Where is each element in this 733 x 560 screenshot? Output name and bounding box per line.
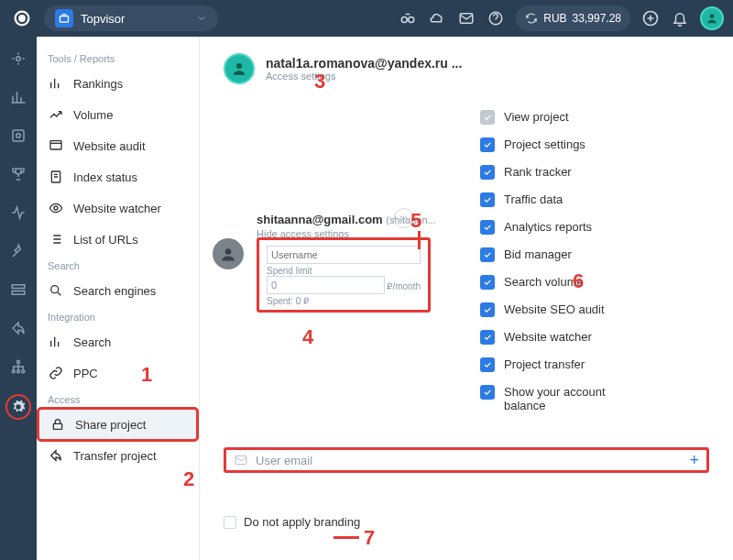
user-avatar-icon [213, 238, 244, 269]
plus-circle-icon[interactable] [641, 9, 660, 27]
sidebar-item-ppc[interactable]: PPC [37, 357, 199, 389]
sidebar: Tools / Reports Rankings Volume Website … [37, 37, 200, 560]
permission-view-project[interactable]: View project [480, 110, 709, 125]
browser-icon [48, 137, 64, 154]
checkbox-checked-icon [480, 220, 495, 235]
svg-point-9 [16, 57, 21, 61]
pulse-icon[interactable] [7, 202, 29, 224]
user-settings-box: Spend limit ₽/month Spent: 0 ₽ [257, 237, 431, 313]
sidebar-section-tools: Tools / Reports [37, 48, 199, 68]
add-user-email-input[interactable]: User email + [224, 447, 709, 473]
permission-show-balance[interactable]: Show your account balance [480, 385, 709, 412]
svg-point-16 [17, 370, 20, 373]
mail-icon[interactable] [457, 9, 476, 27]
cloud-icon[interactable] [428, 9, 446, 27]
permission-website-seo-audit[interactable]: Website SEO audit [480, 302, 709, 317]
svg-point-11 [16, 134, 21, 138]
sidebar-item-integration-search[interactable]: Search [37, 326, 199, 357]
permission-analytics-reports[interactable]: Analytics reports [480, 220, 709, 235]
permission-bid-manager[interactable]: Bid manager [480, 247, 709, 262]
svg-point-23 [236, 63, 242, 69]
main-content: natal1a.romanova@yandex.ru ... Access se… [200, 37, 733, 560]
project-selector[interactable]: Topvisor [44, 5, 218, 31]
svg-rect-13 [12, 291, 25, 295]
svg-point-4 [409, 17, 414, 23]
sidebar-item-transfer-project[interactable]: Transfer project [37, 440, 199, 471]
sidebar-section-access: Access [37, 389, 199, 409]
permissions-list: View project Project settings Rank track… [480, 110, 709, 412]
balance-pill[interactable]: RUB 33,997.28 [516, 5, 630, 31]
sidebar-item-website-watcher[interactable]: Website watcher [37, 192, 199, 224]
branding-checkbox-row[interactable]: Do not apply branding [224, 515, 709, 529]
permission-traffic-data[interactable]: Traffic data [480, 192, 709, 207]
chevron-down-icon [196, 13, 207, 24]
sidebar-item-index-status[interactable]: Index status [37, 161, 199, 192]
permission-rank-tracker[interactable]: Rank tracker [480, 165, 709, 180]
checkbox-checked-icon [480, 330, 495, 345]
binoculars-icon[interactable] [399, 9, 417, 27]
svg-rect-10 [13, 130, 24, 141]
target-icon[interactable] [7, 48, 29, 70]
sidebar-section-search: Search [37, 255, 199, 275]
checkbox-checked-icon [480, 275, 495, 290]
branding-label: Do not apply branding [244, 515, 360, 529]
sidebar-item-list-urls[interactable]: List of URLs [37, 224, 199, 255]
svg-rect-2 [60, 16, 69, 23]
balance-currency: RUB [543, 12, 566, 25]
bell-icon[interactable] [671, 9, 689, 27]
checkbox-empty-icon[interactable] [224, 516, 236, 529]
bar-chart-icon [48, 75, 64, 92]
topbar: Topvisor RUB 33,997.28 [0, 0, 733, 37]
pin-icon[interactable] [7, 240, 29, 262]
layers-icon[interactable] [7, 279, 29, 301]
trophy-icon[interactable] [7, 163, 29, 185]
add-user-button[interactable]: + [689, 451, 699, 470]
search-icon [48, 282, 64, 299]
bar-chart-icon[interactable] [7, 86, 29, 108]
trend-icon [48, 106, 64, 123]
svg-rect-18 [50, 141, 61, 149]
svg-point-8 [710, 14, 715, 18]
scope-icon[interactable] [7, 125, 29, 147]
checkbox-checked-icon [480, 357, 495, 372]
permission-project-transfer[interactable]: Project transfer [480, 357, 709, 372]
owner-avatar-icon [224, 53, 255, 84]
svg-point-15 [12, 370, 15, 373]
sidebar-item-website-audit[interactable]: Website audit [37, 130, 199, 161]
email-placeholder: User email [256, 454, 682, 467]
per-month-label: ₽/month [387, 281, 421, 291]
page-header: natal1a.romanova@yandex.ru ... Access se… [224, 53, 709, 84]
sidebar-item-rankings[interactable]: Rankings [37, 68, 199, 99]
svg-rect-25 [235, 456, 246, 464]
help-icon[interactable] [487, 9, 505, 27]
spend-limit-input[interactable] [267, 276, 385, 294]
spend-limit-label: Spend limit [267, 266, 421, 276]
svg-point-20 [54, 206, 58, 210]
username-input[interactable] [267, 246, 421, 264]
user-avatar[interactable] [700, 6, 724, 30]
settings-gear-icon[interactable] [5, 394, 31, 420]
checkbox-locked-icon [480, 110, 495, 125]
list-icon [48, 231, 64, 247]
lock-icon [49, 416, 66, 433]
share-icon[interactable] [7, 317, 29, 339]
svg-point-3 [402, 17, 408, 23]
sidebar-item-share-project[interactable]: Share project [38, 409, 197, 440]
svg-point-21 [51, 286, 59, 293]
mail-icon [234, 453, 248, 467]
page-subtitle: Access settings [266, 71, 462, 82]
permission-project-settings[interactable]: Project settings [480, 137, 709, 152]
tree-icon[interactable] [7, 356, 29, 378]
checkbox-checked-icon [480, 302, 495, 317]
svg-point-17 [22, 370, 25, 373]
permission-website-watcher[interactable]: Website watcher [480, 330, 709, 345]
sidebar-item-search-engines[interactable]: Search engines [37, 275, 199, 306]
sidebar-item-volume[interactable]: Volume [37, 99, 199, 130]
app-logo-icon[interactable] [9, 5, 35, 31]
project-name: Topvisor [81, 12, 189, 26]
spent-label: Spent: 0 ₽ [267, 296, 421, 306]
permission-search-volume[interactable]: Search volume [480, 275, 709, 290]
transfer-icon [48, 447, 64, 464]
remove-user-button[interactable] [394, 208, 414, 228]
link-icon [48, 365, 64, 381]
